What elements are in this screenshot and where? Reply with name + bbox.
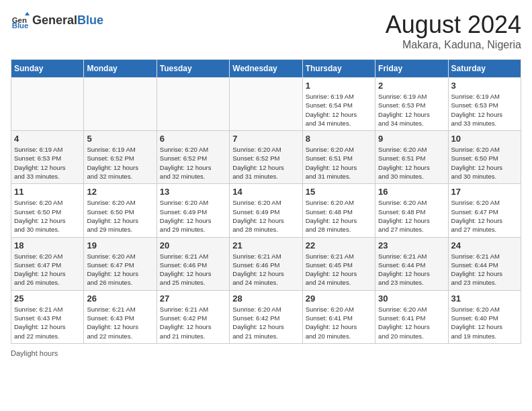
day-detail: Sunrise: 6:20 AM Sunset: 6:50 PM Dayligh… (87, 198, 153, 234)
day-number: 11 (14, 187, 81, 197)
day-detail: Sunrise: 6:21 AM Sunset: 6:45 PM Dayligh… (306, 252, 372, 287)
day-detail: Sunrise: 6:21 AM Sunset: 6:43 PM Dayligh… (14, 305, 81, 340)
title-block: August 2024 Makara, Kaduna, Nigeria (386, 11, 521, 51)
day-detail: Sunrise: 6:20 AM Sunset: 6:41 PM Dayligh… (306, 305, 372, 340)
day-detail: Sunrise: 6:20 AM Sunset: 6:48 PM Dayligh… (378, 198, 445, 234)
day-number: 17 (451, 187, 518, 197)
weekday-header: Thursday (302, 60, 375, 78)
day-number: 1 (306, 81, 372, 91)
svg-text:Blue: Blue (12, 21, 29, 30)
day-number: 18 (14, 240, 81, 250)
day-number: 2 (378, 81, 445, 91)
calendar-cell: 28Sunrise: 6:20 AM Sunset: 6:42 PM Dayli… (230, 290, 302, 343)
day-number: 24 (451, 240, 518, 250)
day-number: 23 (378, 240, 445, 250)
day-number: 30 (378, 293, 445, 304)
day-detail: Sunrise: 6:20 AM Sunset: 6:51 PM Dayligh… (306, 145, 372, 181)
calendar-cell (230, 78, 302, 131)
weekday-header: Saturday (448, 60, 521, 78)
calendar-week-row: 25Sunrise: 6:21 AM Sunset: 6:43 PM Dayli… (11, 290, 521, 343)
calendar-cell: 6Sunrise: 6:20 AM Sunset: 6:52 PM Daylig… (157, 131, 229, 184)
svg-marker-3 (25, 12, 30, 15)
calendar-week-row: 4Sunrise: 6:19 AM Sunset: 6:53 PM Daylig… (11, 131, 521, 184)
day-detail: Sunrise: 6:20 AM Sunset: 6:52 PM Dayligh… (232, 145, 299, 181)
day-number: 19 (87, 240, 153, 250)
calendar-cell: 18Sunrise: 6:20 AM Sunset: 6:47 PM Dayli… (11, 237, 84, 290)
day-number: 26 (87, 293, 153, 304)
day-detail: Sunrise: 6:20 AM Sunset: 6:50 PM Dayligh… (14, 198, 81, 234)
day-number: 16 (378, 187, 445, 197)
daylight-footer: Daylight hours (11, 349, 521, 357)
calendar-cell: 11Sunrise: 6:20 AM Sunset: 6:50 PM Dayli… (11, 184, 84, 237)
calendar-cell (11, 78, 84, 131)
day-detail: Sunrise: 6:20 AM Sunset: 6:42 PM Dayligh… (232, 305, 299, 340)
calendar-week-row: 11Sunrise: 6:20 AM Sunset: 6:50 PM Dayli… (11, 184, 521, 237)
weekday-header: Monday (84, 60, 157, 78)
weekday-header: Sunday (11, 60, 84, 78)
logo-general: General (32, 13, 77, 28)
calendar-cell: 1Sunrise: 6:19 AM Sunset: 6:54 PM Daylig… (302, 78, 375, 131)
calendar-cell: 19Sunrise: 6:20 AM Sunset: 6:47 PM Dayli… (84, 237, 157, 290)
calendar-week-row: 1Sunrise: 6:19 AM Sunset: 6:54 PM Daylig… (11, 78, 521, 131)
calendar-header-row: SundayMondayTuesdayWednesdayThursdayFrid… (11, 60, 521, 78)
calendar-cell: 15Sunrise: 6:20 AM Sunset: 6:48 PM Dayli… (302, 184, 375, 237)
page-subtitle: Makara, Kaduna, Nigeria (386, 39, 521, 51)
calendar-cell (157, 78, 229, 131)
day-detail: Sunrise: 6:21 AM Sunset: 6:42 PM Dayligh… (160, 305, 226, 340)
day-number: 14 (232, 187, 299, 197)
day-number: 22 (306, 240, 372, 250)
weekday-header: Friday (375, 60, 448, 78)
day-number: 3 (451, 81, 518, 91)
day-number: 8 (306, 134, 372, 144)
day-detail: Sunrise: 6:20 AM Sunset: 6:52 PM Dayligh… (160, 145, 226, 181)
day-number: 21 (232, 240, 299, 250)
calendar-cell: 27Sunrise: 6:21 AM Sunset: 6:42 PM Dayli… (157, 290, 229, 343)
day-detail: Sunrise: 6:20 AM Sunset: 6:50 PM Dayligh… (451, 145, 518, 181)
calendar-cell: 23Sunrise: 6:21 AM Sunset: 6:44 PM Dayli… (375, 237, 448, 290)
day-number: 29 (306, 293, 372, 304)
calendar-cell: 30Sunrise: 6:20 AM Sunset: 6:41 PM Dayli… (375, 290, 448, 343)
day-detail: Sunrise: 6:20 AM Sunset: 6:47 PM Dayligh… (451, 198, 518, 234)
calendar-cell: 31Sunrise: 6:20 AM Sunset: 6:40 PM Dayli… (448, 290, 521, 343)
day-detail: Sunrise: 6:20 AM Sunset: 6:47 PM Dayligh… (14, 252, 81, 287)
day-detail: Sunrise: 6:21 AM Sunset: 6:44 PM Dayligh… (451, 252, 518, 287)
weekday-header: Tuesday (157, 60, 229, 78)
calendar-week-row: 18Sunrise: 6:20 AM Sunset: 6:47 PM Dayli… (11, 237, 521, 290)
day-detail: Sunrise: 6:19 AM Sunset: 6:52 PM Dayligh… (87, 145, 153, 181)
day-number: 31 (451, 293, 518, 304)
day-detail: Sunrise: 6:20 AM Sunset: 6:47 PM Dayligh… (87, 252, 153, 287)
calendar-cell: 25Sunrise: 6:21 AM Sunset: 6:43 PM Dayli… (11, 290, 84, 343)
day-number: 25 (14, 293, 81, 304)
day-number: 6 (160, 134, 226, 144)
page-header: Gen Blue GeneralBlue August 2024 Makara,… (11, 11, 521, 51)
calendar-cell: 13Sunrise: 6:20 AM Sunset: 6:49 PM Dayli… (157, 184, 229, 237)
calendar-cell: 20Sunrise: 6:21 AM Sunset: 6:46 PM Dayli… (157, 237, 229, 290)
day-number: 28 (232, 293, 299, 304)
calendar-cell: 21Sunrise: 6:21 AM Sunset: 6:46 PM Dayli… (230, 237, 302, 290)
calendar-cell: 3Sunrise: 6:19 AM Sunset: 6:53 PM Daylig… (448, 78, 521, 131)
day-detail: Sunrise: 6:21 AM Sunset: 6:44 PM Dayligh… (378, 252, 445, 287)
day-detail: Sunrise: 6:19 AM Sunset: 6:53 PM Dayligh… (451, 92, 518, 128)
day-number: 5 (87, 134, 153, 144)
calendar-cell: 24Sunrise: 6:21 AM Sunset: 6:44 PM Dayli… (448, 237, 521, 290)
day-detail: Sunrise: 6:19 AM Sunset: 6:54 PM Dayligh… (306, 92, 372, 128)
day-detail: Sunrise: 6:20 AM Sunset: 6:41 PM Dayligh… (378, 305, 445, 340)
day-detail: Sunrise: 6:20 AM Sunset: 6:48 PM Dayligh… (306, 198, 372, 234)
calendar-cell: 16Sunrise: 6:20 AM Sunset: 6:48 PM Dayli… (375, 184, 448, 237)
logo-blue: Blue (77, 13, 103, 28)
calendar-cell: 2Sunrise: 6:19 AM Sunset: 6:53 PM Daylig… (375, 78, 448, 131)
calendar-cell: 12Sunrise: 6:20 AM Sunset: 6:50 PM Dayli… (84, 184, 157, 237)
day-detail: Sunrise: 6:19 AM Sunset: 6:53 PM Dayligh… (378, 92, 445, 128)
day-detail: Sunrise: 6:20 AM Sunset: 6:51 PM Dayligh… (378, 145, 445, 181)
weekday-header: Wednesday (230, 60, 302, 78)
day-detail: Sunrise: 6:21 AM Sunset: 6:43 PM Dayligh… (87, 305, 153, 340)
logo: Gen Blue GeneralBlue (11, 11, 103, 30)
day-detail: Sunrise: 6:20 AM Sunset: 6:49 PM Dayligh… (160, 198, 226, 234)
day-detail: Sunrise: 6:19 AM Sunset: 6:53 PM Dayligh… (14, 145, 81, 181)
calendar-cell: 9Sunrise: 6:20 AM Sunset: 6:51 PM Daylig… (375, 131, 448, 184)
day-number: 13 (160, 187, 226, 197)
day-detail: Sunrise: 6:21 AM Sunset: 6:46 PM Dayligh… (232, 252, 299, 287)
day-number: 15 (306, 187, 372, 197)
day-number: 27 (160, 293, 226, 304)
calendar-cell: 17Sunrise: 6:20 AM Sunset: 6:47 PM Dayli… (448, 184, 521, 237)
